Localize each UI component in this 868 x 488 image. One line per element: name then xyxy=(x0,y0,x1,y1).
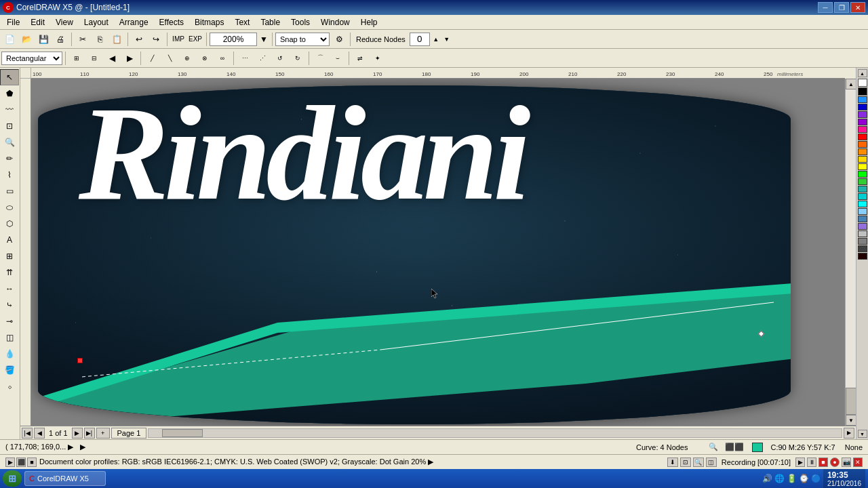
tool-shape[interactable]: ⬟ xyxy=(0,85,19,102)
palette-scroll-down[interactable]: ▼ xyxy=(858,430,867,438)
node-tool3[interactable]: ⊕ xyxy=(179,51,195,66)
reduce-nodes-input[interactable]: 0 xyxy=(410,33,430,46)
palette-c18[interactable] xyxy=(858,223,867,230)
rec-btn3[interactable]: 🔍 xyxy=(693,458,704,467)
palette-c3[interactable] xyxy=(858,111,867,118)
tray-icon5[interactable]: 🔵 xyxy=(811,474,821,483)
prev-node[interactable]: ◀ xyxy=(104,51,120,66)
rec-play[interactable]: ▶ xyxy=(795,458,805,467)
rec-cam[interactable]: 📷 xyxy=(842,458,851,467)
rec-stop[interactable]: ■ xyxy=(818,458,828,467)
next-page-btn[interactable]: ▶ xyxy=(72,428,83,439)
vscroll-down-btn[interactable]: ▼ xyxy=(846,415,856,426)
tool-fill[interactable]: 🪣 xyxy=(0,362,19,378)
info-icon3[interactable]: ■ xyxy=(27,458,37,467)
node-type-dropdown[interactable]: Rectangular Round Smooth xyxy=(1,52,62,65)
paste-button[interactable]: 📋 xyxy=(108,32,125,47)
hscroll-thumb[interactable] xyxy=(162,429,203,437)
tray-icon4[interactable]: ⌚ xyxy=(799,474,809,483)
menu-edit[interactable]: Edit xyxy=(25,15,50,29)
node-break[interactable]: ⋯ xyxy=(237,51,253,66)
node-join[interactable]: ⋰ xyxy=(254,51,271,66)
tool-text[interactable]: A xyxy=(0,232,19,248)
copy-button[interactable]: ⎘ xyxy=(92,32,108,47)
palette-c6[interactable] xyxy=(858,134,867,140)
reduce-nodes-up[interactable]: ▲ xyxy=(431,32,441,47)
palette-c2[interactable] xyxy=(858,104,867,110)
vscroll-up-btn[interactable]: ▲ xyxy=(846,79,856,89)
node-tool5[interactable]: ∞ xyxy=(214,51,231,66)
node-tool2[interactable]: ╲ xyxy=(161,51,178,66)
info-icon2[interactable]: ⬛ xyxy=(16,458,26,467)
node-rev[interactable]: ↺ xyxy=(272,51,288,66)
node-tool1[interactable]: ╱ xyxy=(144,51,160,66)
titlebar-controls[interactable]: ─ ❐ ✕ xyxy=(818,2,865,13)
tool-blend[interactable]: ⊸ xyxy=(0,313,19,329)
tray-icon1[interactable]: 🔊 xyxy=(762,474,772,483)
rec-close[interactable]: ✕ xyxy=(853,458,863,467)
print-button[interactable]: 🖨 xyxy=(52,32,68,47)
node-smooth[interactable]: ⌒ xyxy=(312,51,328,66)
tool-interactive-fill[interactable]: ⬦ xyxy=(0,378,19,394)
palette-c8[interactable] xyxy=(858,148,867,155)
palette-c10[interactable] xyxy=(858,163,867,170)
page-tab[interactable]: Page 1 xyxy=(111,428,147,439)
taskbar-app-coreldraw[interactable]: C CorelDRAW X5 xyxy=(24,471,106,486)
prev-page-btn[interactable]: ◀ xyxy=(34,428,45,439)
menu-tools[interactable]: Tools xyxy=(285,15,315,29)
rec-btn4[interactable]: ◫ xyxy=(706,458,717,467)
palette-c4[interactable] xyxy=(858,119,867,125)
tool-eyedropper[interactable]: 💧 xyxy=(0,346,19,362)
node-elastic[interactable]: ⇌ xyxy=(352,51,368,66)
menu-arrange[interactable]: Arrange xyxy=(114,15,154,29)
new-page-btn[interactable]: + xyxy=(96,428,110,439)
maximize-button[interactable]: ❐ xyxy=(834,2,849,13)
zoom-input[interactable]: 200% xyxy=(210,33,257,46)
palette-c15[interactable] xyxy=(858,201,867,207)
last-page-btn[interactable]: ▶| xyxy=(84,428,95,439)
snap-settings[interactable]: ⚙ xyxy=(331,32,347,47)
palette-c21[interactable] xyxy=(858,245,867,252)
fill-color-swatch[interactable] xyxy=(752,443,763,452)
palette-c22[interactable] xyxy=(858,253,867,260)
tool-dimension[interactable]: ↔ xyxy=(0,281,19,297)
reduce-nodes-down[interactable]: ▼ xyxy=(442,32,452,47)
import-button[interactable]: IMP xyxy=(170,32,186,47)
palette-c20[interactable] xyxy=(858,238,867,245)
tool-parallel[interactable]: ⇈ xyxy=(0,264,19,281)
tool-connector[interactable]: ⤷ xyxy=(0,297,19,313)
node-select-all[interactable]: ✦ xyxy=(370,51,386,66)
start-button[interactable]: ⊞ xyxy=(3,470,22,487)
undo-button[interactable]: ↩ xyxy=(131,32,147,47)
palette-scroll-up[interactable]: ▲ xyxy=(858,69,867,77)
minimize-button[interactable]: ─ xyxy=(818,2,833,13)
menu-help[interactable]: Help xyxy=(355,15,383,29)
tool-transparency[interactable]: ◫ xyxy=(0,329,19,346)
rec-record[interactable]: ● xyxy=(830,458,840,467)
vscroll-track[interactable] xyxy=(846,89,856,388)
tool-smear[interactable]: 〰 xyxy=(0,102,19,118)
save-button[interactable]: 💾 xyxy=(35,32,52,47)
new-button[interactable]: 📄 xyxy=(1,32,18,47)
tray-icon2[interactable]: 🌐 xyxy=(774,474,785,483)
palette-color-black[interactable] xyxy=(858,87,867,96)
palette-c16[interactable] xyxy=(858,208,867,215)
palette-color-white[interactable] xyxy=(858,79,867,87)
vscroll-thumb[interactable] xyxy=(846,388,856,415)
info-icon1[interactable]: ▶ xyxy=(5,458,15,467)
snap-to-dropdown[interactable]: Snap to xyxy=(275,33,330,46)
palette-c19[interactable] xyxy=(858,230,867,237)
deselect-nodes[interactable]: ⊟ xyxy=(86,51,102,66)
node-sym[interactable]: ⌣ xyxy=(330,51,346,66)
palette-c7[interactable] xyxy=(858,141,867,148)
palette-c17[interactable] xyxy=(858,216,867,222)
node-fwd[interactable]: ↻ xyxy=(290,51,306,66)
menu-bitmaps[interactable]: Bitmaps xyxy=(189,15,229,29)
cut-button[interactable]: ✂ xyxy=(75,32,91,47)
menu-layout[interactable]: Layout xyxy=(79,15,114,29)
close-button[interactable]: ✕ xyxy=(850,2,865,13)
tool-zoom[interactable]: 🔍 xyxy=(0,134,19,150)
node-tool4[interactable]: ⊗ xyxy=(197,51,213,66)
menu-table[interactable]: Table xyxy=(255,15,285,29)
export-button[interactable]: EXP xyxy=(187,32,203,47)
